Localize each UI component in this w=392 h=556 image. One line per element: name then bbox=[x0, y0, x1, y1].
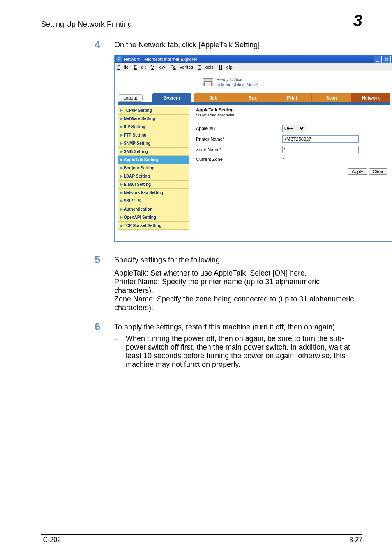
step-6: 6 To apply the settings, restart this ma… bbox=[95, 321, 362, 332]
step-text: On the Network tab, click [AppleTalk Set… bbox=[114, 39, 262, 49]
menu-view[interactable]: View bbox=[151, 65, 165, 70]
sidebar-item-netware[interactable]: ▶NetWare Setting bbox=[118, 115, 189, 123]
tab-scan[interactable]: Scan bbox=[312, 93, 351, 102]
chapter-number: 3 bbox=[353, 12, 362, 29]
clear-button[interactable]: Clear bbox=[369, 168, 387, 175]
sidebar-item-ldap[interactable]: ▶LDAP Setting bbox=[118, 172, 189, 181]
footer-left: IC-202 bbox=[41, 536, 61, 544]
page-header: Setting Up Network Printing 3 bbox=[41, 12, 362, 30]
sidebar-item-email[interactable]: ▶E-Mail Setting bbox=[118, 181, 189, 189]
appletalk-select[interactable]: OFF bbox=[282, 125, 305, 132]
value-current-zone: * bbox=[282, 157, 387, 162]
sidebar-item-tcpip[interactable]: ▶TCP/IP Setting bbox=[118, 107, 189, 115]
step-number: 6 bbox=[95, 321, 114, 332]
step-5-desc-zone: Zone Name: Specify the zone being connec… bbox=[114, 295, 361, 312]
apply-button[interactable]: Apply bbox=[348, 168, 367, 175]
bullet-dash: – bbox=[114, 334, 126, 369]
device-status: Ready to Scan In Menu (Admin Mode) bbox=[115, 71, 392, 92]
bullet-text: When turning the power off, then on agai… bbox=[126, 334, 361, 369]
sidebar-item-authentication[interactable]: ▶Authentication bbox=[118, 205, 189, 213]
status-line-1: Ready to Scan bbox=[217, 77, 258, 82]
sidebar-item-tcpsocket[interactable]: ▶TCP Socket Setting bbox=[118, 222, 189, 230]
menu-help[interactable]: Help bbox=[219, 65, 233, 70]
label-appletalk: AppleTalk bbox=[196, 126, 282, 131]
tab-network[interactable]: Network bbox=[351, 93, 390, 102]
logout-button[interactable]: Logout bbox=[118, 94, 143, 102]
sidebar-item-ipp[interactable]: ▶IPP Setting bbox=[118, 123, 189, 131]
label-zone-name: Zone Name* bbox=[196, 147, 282, 152]
sidebar-item-networkfax[interactable]: ▶Network Fax Setting bbox=[118, 189, 189, 197]
pane-note: * is reflected after reset. bbox=[196, 113, 387, 117]
zone-name-input[interactable] bbox=[282, 146, 359, 153]
settings-sidebar: ▶TCP/IP Setting ▶NetWare Setting ▶IPP Se… bbox=[118, 107, 189, 230]
tab-job[interactable]: Job bbox=[194, 93, 233, 102]
menu-favorites[interactable]: Favorites bbox=[171, 65, 193, 70]
step-text: Specify settings for the following: bbox=[114, 254, 222, 264]
window-titlebar: Network - Microsoft Internet Explorer _ … bbox=[115, 55, 392, 63]
step-5-desc-appletalk: AppleTalk: Set whether to use AppleTalk.… bbox=[114, 269, 361, 278]
sidebar-item-snmp[interactable]: ▶SNMP Setting bbox=[118, 139, 189, 148]
step-number: 5 bbox=[95, 254, 114, 265]
sidebar-item-ftp[interactable]: ▶FTP Setting bbox=[118, 131, 189, 139]
tab-system[interactable]: System bbox=[152, 93, 191, 102]
step-4: 4 On the Network tab, click [AppleTalk S… bbox=[95, 39, 362, 50]
pane-title: AppleTalk Setting bbox=[196, 107, 387, 112]
settings-pane: AppleTalk Setting * is reflected after r… bbox=[189, 107, 390, 230]
status-line-2: In Menu (Admin Mode) bbox=[217, 82, 258, 88]
printer-name-input[interactable] bbox=[282, 135, 359, 143]
tab-print[interactable]: Print bbox=[272, 93, 312, 102]
footer-right: 3-27 bbox=[349, 536, 362, 544]
printer-icon bbox=[202, 77, 213, 87]
window-controls: _ □ X bbox=[374, 56, 392, 63]
step-text: To apply the settings, restart this mach… bbox=[114, 321, 337, 331]
step-5: 5 Specify settings for the following: bbox=[95, 254, 362, 265]
ie-icon bbox=[116, 56, 122, 62]
minimize-button[interactable]: _ bbox=[374, 56, 382, 63]
page-footer: IC-202 3-27 bbox=[41, 534, 362, 544]
window-title: Network - Microsoft Internet Explorer bbox=[124, 57, 197, 62]
step-6-bullet: – When turning the power off, then on ag… bbox=[114, 334, 361, 369]
sidebar-item-appletalk[interactable]: ▶AppleTalk Setting bbox=[118, 156, 189, 164]
label-current-zone: Current Zone bbox=[196, 157, 282, 162]
menu-edit[interactable]: Edit bbox=[134, 65, 146, 70]
step-5-desc-printer: Printer Name: Specify the printer name (… bbox=[114, 278, 361, 295]
step-number: 4 bbox=[95, 39, 114, 50]
sidebar-item-ssltls[interactable]: ▶SSL/TLS bbox=[118, 197, 189, 205]
sidebar-item-openapi[interactable]: ▶OpenAPI Setting bbox=[118, 213, 189, 222]
menu-tools[interactable]: Tools bbox=[198, 65, 214, 70]
menu-bar: File Edit View Favorites Tools Help bbox=[115, 63, 392, 71]
maximize-button[interactable]: □ bbox=[383, 56, 391, 63]
label-printer-name: Printer Name* bbox=[196, 137, 282, 141]
header-title: Setting Up Network Printing bbox=[41, 20, 132, 29]
menu-file[interactable]: File bbox=[117, 65, 129, 70]
embedded-screenshot: Network - Microsoft Internet Explorer _ … bbox=[114, 55, 392, 242]
sidebar-item-bonjour[interactable]: ▶Bonjour Setting bbox=[118, 164, 189, 172]
tab-box[interactable]: Box bbox=[233, 93, 273, 102]
sidebar-item-smb[interactable]: ▶SMB Setting bbox=[118, 148, 189, 156]
